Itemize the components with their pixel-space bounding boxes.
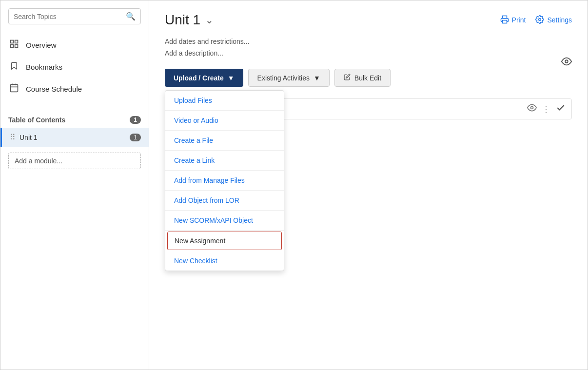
calendar-icon: [8, 83, 20, 95]
sidebar-divider: [0, 106, 149, 106]
unit-row-actions: ⋮: [527, 103, 566, 115]
svg-rect-3: [15, 45, 18, 48]
title-dropdown-icon[interactable]: ⌄: [205, 14, 214, 26]
course-schedule-label: Course Schedule: [26, 85, 82, 93]
svg-point-9: [565, 60, 568, 63]
page-title: Unit 1: [165, 12, 200, 28]
sidebar-item-bookmarks[interactable]: Bookmarks: [0, 56, 149, 78]
print-icon: [500, 15, 509, 25]
dropdown-create-link[interactable]: Create a Link: [165, 151, 284, 171]
toc-header: Table of Contents 1: [0, 112, 149, 128]
dropdown-video-audio[interactable]: Video or Audio: [165, 111, 284, 131]
print-label: Print: [512, 16, 526, 24]
existing-activities-button[interactable]: Existing Activities ▼: [248, 69, 330, 87]
page-title-group: Unit 1 ⌄: [165, 12, 214, 28]
bulk-edit-label: Bulk Edit: [354, 74, 381, 82]
meta-links: Add dates and restrictions... Add a desc…: [165, 38, 572, 57]
unit-item[interactable]: ⠿ Unit 1 1: [0, 128, 149, 147]
sidebar-item-overview[interactable]: Overview: [0, 34, 149, 56]
search-icon: 🔍: [126, 12, 136, 21]
svg-rect-4: [11, 84, 18, 92]
settings-button[interactable]: Settings: [535, 15, 572, 25]
dropdown-create-file[interactable]: Create a File: [165, 131, 284, 151]
settings-icon: [535, 15, 544, 25]
add-dates-label: Add dates and restrictions...: [165, 38, 250, 45]
search-input[interactable]: [14, 13, 124, 20]
row-eye-icon[interactable]: [527, 103, 537, 115]
dropdown-scroll[interactable]: Upload Files Video or Audio Create a Fil…: [165, 91, 284, 271]
unit-item-left: ⠿ Unit 1: [10, 133, 38, 142]
dropdown-manage-files[interactable]: Add from Manage Files: [165, 171, 284, 191]
unit-item-label: Unit 1: [20, 134, 38, 141]
svg-rect-1: [15, 40, 18, 43]
existing-activities-label: Existing Activities: [257, 74, 310, 82]
overview-icon: [8, 39, 20, 51]
sidebar: 🔍 Overview Bookmarks: [0, 0, 149, 370]
svg-rect-0: [11, 40, 14, 43]
existing-activities-chevron: ▼: [314, 74, 320, 82]
row-check-icon[interactable]: [556, 103, 566, 115]
bulk-edit-button[interactable]: Bulk Edit: [334, 69, 391, 87]
upload-create-dropdown: Upload Files Video or Audio Create a Fil…: [165, 90, 284, 271]
drag-icon: ⠿: [10, 133, 16, 142]
dropdown-upload-files[interactable]: Upload Files: [165, 91, 284, 111]
header-actions: Print Settings: [500, 15, 572, 25]
toc-label: Table of Contents: [8, 116, 65, 124]
sidebar-item-course-schedule[interactable]: Course Schedule: [0, 78, 149, 100]
toolbar: Upload / Create ▼ Existing Activities ▼ …: [165, 69, 572, 87]
bookmark-icon: [8, 61, 20, 73]
svg-rect-2: [11, 45, 14, 48]
add-description-label: Add a description...: [165, 49, 223, 57]
add-module-label: Add a module...: [15, 157, 62, 165]
bookmarks-label: Bookmarks: [26, 63, 62, 71]
add-description-link[interactable]: Add a description...: [165, 49, 572, 57]
add-dates-link[interactable]: Add dates and restrictions...: [165, 38, 572, 45]
dropdown-lor[interactable]: Add Object from LOR: [165, 191, 284, 211]
svg-point-8: [539, 18, 541, 20]
dropdown-scorm[interactable]: New SCORM/xAPI Object: [165, 211, 284, 231]
row-more-icon[interactable]: ⋮: [542, 104, 551, 115]
dropdown-new-assignment[interactable]: New Assignment: [167, 232, 282, 250]
upload-create-label: Upload / Create: [174, 74, 224, 82]
main-content: Unit 1 ⌄ Print: [149, 0, 588, 370]
visibility-toggle[interactable]: [561, 56, 572, 69]
unit-badge: 1: [130, 134, 141, 141]
search-box[interactable]: 🔍: [8, 8, 141, 24]
upload-create-button[interactable]: Upload / Create ▼: [165, 69, 243, 87]
dropdown-new-checklist[interactable]: New Checklist: [165, 251, 284, 271]
overview-label: Overview: [26, 41, 57, 49]
print-button[interactable]: Print: [500, 15, 526, 25]
page-header: Unit 1 ⌄ Print: [165, 12, 572, 28]
toc-badge: 1: [130, 116, 141, 124]
upload-create-chevron: ▼: [228, 74, 235, 82]
svg-point-10: [531, 107, 533, 109]
add-module-button[interactable]: Add a module...: [8, 153, 141, 169]
settings-label: Settings: [547, 16, 572, 24]
bulk-edit-icon: [344, 74, 351, 82]
